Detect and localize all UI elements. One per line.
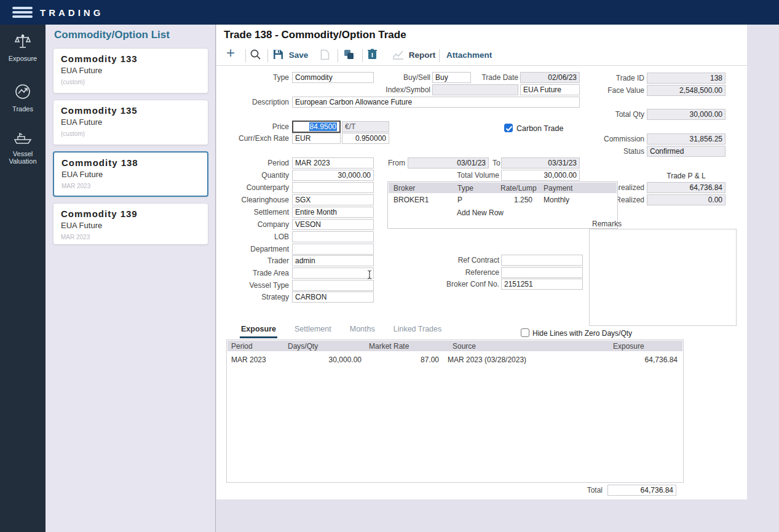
trade-id-field[interactable]: 138 — [647, 73, 726, 84]
exp-days-qty: 30,000.00 — [288, 355, 362, 365]
exposure-row[interactable]: MAR 2023 30,000.00 87.00 MAR 2023 (03/28… — [227, 355, 682, 365]
left-nav-rail: Exposure Trades Vessel Valuation — [0, 25, 45, 532]
sidebar-item-vessel-valuation[interactable]: Vessel Valuation — [0, 130, 45, 165]
to-field[interactable]: 03/31/23 — [501, 157, 580, 169]
index-symbol-field[interactable] — [432, 84, 518, 95]
commission-field[interactable]: 31,856.25 — [647, 133, 726, 145]
index-symbol-label: Index/Symbol — [369, 84, 430, 95]
period-field[interactable]: MAR 2023 — [292, 157, 374, 169]
col-exposure: Exposure — [613, 341, 644, 351]
total-volume-label: Total Volume — [438, 170, 499, 181]
lob-label: LOB — [227, 231, 289, 242]
price-label: Price — [227, 121, 289, 132]
department-field[interactable] — [292, 244, 374, 255]
commission-label: Commission — [595, 133, 644, 145]
delete-button[interactable] — [368, 49, 377, 65]
unrealized-field[interactable]: 64,736.84 — [647, 182, 726, 193]
broker-conf-field[interactable]: 2151251 — [501, 279, 583, 290]
exp-source: MAR 2023 (03/28/2023) — [448, 355, 526, 365]
price-selected-text: 84.9500 — [309, 122, 337, 131]
copy-button[interactable] — [343, 49, 355, 65]
card-subtitle: EUA Future — [61, 117, 208, 127]
tab-settlement[interactable]: Settlement — [293, 325, 333, 338]
save-button[interactable]: Save — [273, 48, 308, 65]
hamburger-menu-icon[interactable] — [12, 7, 33, 18]
company-label: Company — [227, 219, 289, 230]
col-broker: Broker — [393, 183, 415, 193]
trade-area-field[interactable] — [292, 268, 374, 279]
new-button[interactable]: + — [226, 46, 235, 60]
report-button[interactable]: Report — [392, 48, 435, 65]
description-field[interactable]: European Carbon Allowance Future — [292, 97, 580, 108]
currency-field[interactable]: EUR — [292, 133, 341, 144]
vessel-type-field[interactable] — [292, 280, 374, 291]
list-item-commodity-135[interactable]: Commodity 135 EUA Future (custom) — [53, 100, 208, 145]
buy-sell-field[interactable]: Buy — [432, 72, 471, 83]
realized-field[interactable]: 0.00 — [647, 194, 726, 205]
list-panel-title: Commodity/Option List — [54, 29, 170, 41]
price-input[interactable]: 84.9500 — [292, 121, 341, 133]
total-volume-field[interactable]: 30,000.00 — [501, 170, 580, 181]
broker-payment: Monthly — [544, 195, 569, 205]
remarks-textarea[interactable] — [589, 229, 737, 326]
trash-icon — [368, 52, 377, 62]
quantity-label: Quantity — [227, 170, 289, 181]
trading-app-window: TRADING Exposure Trades — [0, 0, 779, 532]
tab-exposure[interactable]: Exposure — [240, 325, 277, 338]
clearinghouse-field[interactable]: SGX — [292, 194, 374, 205]
sidebar-item-trades[interactable]: Trades — [0, 83, 45, 113]
top-bar: TRADING — [0, 0, 779, 25]
face-value-field[interactable]: 2,548,500.00 — [647, 85, 726, 96]
status-label: Status — [595, 146, 644, 157]
trade-date-field[interactable]: 02/06/23 — [520, 72, 580, 83]
lob-field[interactable] — [292, 231, 374, 242]
hide-lines-checkbox[interactable] — [521, 328, 529, 337]
from-label: From — [388, 157, 405, 169]
type-field[interactable]: Commodity — [292, 72, 374, 83]
reference-field[interactable] — [501, 267, 583, 278]
broker-row[interactable]: BROKER1 P 1.250 Monthly — [389, 195, 617, 205]
document-icon — [320, 53, 330, 62]
settlement-field[interactable]: Entire Month — [292, 207, 374, 218]
col-payment: Payment — [544, 183, 572, 193]
counterparty-field[interactable] — [292, 182, 374, 193]
quantity-field[interactable]: 30,000.00 — [292, 170, 374, 181]
total-label: Total — [553, 485, 603, 496]
price-unit: €/T — [342, 121, 389, 132]
broker-conf-label: Broker Conf No. — [432, 279, 499, 290]
new-document-button-disabled[interactable] — [320, 49, 330, 65]
carbon-trade-checkbox[interactable] — [504, 124, 513, 132]
strategy-field[interactable]: CARBON — [292, 292, 374, 303]
list-item-commodity-138-selected[interactable]: Commodity 138 EUA Future MAR 2023 — [53, 151, 208, 197]
list-item-commodity-133[interactable]: Commodity 133 EUA Future (custom) — [53, 48, 208, 93]
ref-contract-field[interactable] — [501, 255, 583, 266]
attachment-button[interactable]: Attachment — [446, 48, 492, 63]
company-field[interactable]: VESON — [292, 219, 374, 230]
ship-icon — [12, 137, 33, 147]
total-qty-field[interactable]: 30,000.00 — [647, 109, 726, 120]
counterparty-label: Counterparty — [227, 182, 289, 193]
carbon-trade-label: Carbon Trade — [516, 123, 563, 134]
exch-rate-field[interactable]: 0.950000 — [342, 133, 389, 144]
search-button[interactable] — [250, 49, 261, 65]
period-label: Period — [227, 157, 289, 169]
col-type: Type — [457, 183, 473, 193]
from-field[interactable]: 03/01/23 — [408, 157, 489, 169]
tab-linked-trades[interactable]: Linked Trades — [392, 325, 443, 338]
total-field[interactable]: 64,736.84 — [607, 485, 676, 496]
sidebar-item-exposure[interactable]: Exposure — [0, 34, 45, 62]
card-title: Commodity 139 — [61, 208, 208, 219]
list-item-commodity-139[interactable]: Commodity 139 EUA Future MAR 2023 — [53, 203, 208, 245]
add-new-row-link[interactable]: Add New Row — [457, 208, 504, 218]
card-title: Commodity 138 — [61, 157, 207, 168]
page-title: Trade 138 - Commodity/Option Trade — [224, 29, 406, 41]
trader-field[interactable]: admin — [292, 255, 374, 266]
trades-chart-icon — [14, 92, 31, 102]
tab-months[interactable]: Months — [349, 325, 376, 338]
broker-name: BROKER1 — [393, 195, 429, 205]
card-meta: MAR 2023 — [61, 234, 208, 240]
symbol-field[interactable]: EUA Future — [520, 84, 580, 95]
card-meta: MAR 2023 — [61, 183, 207, 189]
col-market-rate: Market Rate — [369, 341, 409, 351]
status-field[interactable]: Confirmed — [647, 146, 726, 157]
